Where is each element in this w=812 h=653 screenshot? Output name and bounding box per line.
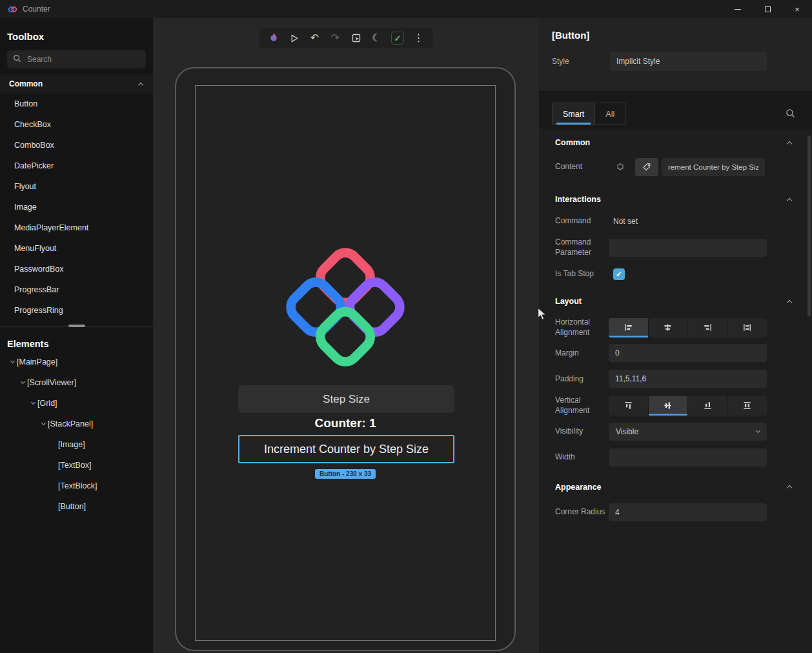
search-icon [13,54,21,65]
toolbox-item-progressbar[interactable]: ProgressBar [0,279,153,300]
vertical-alignment-segmented [609,396,767,416]
tree-item-label: [ScrollViewer] [27,378,76,387]
width-input[interactable] [609,448,767,467]
width-label: Width [555,452,609,463]
corner-radius-input[interactable] [609,503,767,521]
vertical-alignment-label: Vertical Alignment [555,396,609,416]
section-common[interactable]: Common [539,137,812,148]
toolbox-item-datepicker[interactable]: DatePicker [0,156,153,176]
toolbox-item-flyout[interactable]: Flyout [0,176,153,197]
valign-bottom-button[interactable] [687,396,727,416]
tree-item-label: [Button] [58,502,86,511]
toolbox-section-common[interactable]: Common [0,74,153,94]
collapse-chevron-icon [787,197,792,203]
toolbox-item-menuflyout[interactable]: MenuFlyout [0,238,153,259]
properties-panel: [Button] Style Smart All Common Content [539,18,812,653]
inspector-tabbar: Smart All [539,91,812,129]
halign-right-button[interactable] [687,318,727,337]
valign-stretch-button[interactable] [727,396,767,416]
tree-item-button[interactable]: [Button] [0,496,153,517]
close-icon: × [795,5,800,14]
padding-input[interactable] [609,370,767,388]
increment-counter-button[interactable]: Increment Counter by Step Size [238,435,454,463]
toolbox-item-progressring[interactable]: ProgressRing [0,300,153,321]
theme-toggle-moon-icon[interactable]: ☾ [370,32,383,45]
toolbox-item-image[interactable]: Image [0,197,153,217]
status-ok-check-icon[interactable]: ✓ [391,32,404,45]
element-picker-icon[interactable] [350,32,362,45]
halign-left-button[interactable] [609,318,648,337]
toolbox-item-mediaplayerelement[interactable]: MediaPlayerElement [0,217,153,238]
content-input[interactable] [662,158,765,176]
toolbox-item-passwordbox[interactable]: PasswordBox [0,259,153,279]
tab-all[interactable]: All [594,103,625,125]
tree-item-mainpage[interactable]: [MainPage] [0,352,153,372]
margin-input[interactable] [609,344,767,362]
section-interactions[interactable]: Interactions [539,194,812,205]
section-layout[interactable]: Layout [539,296,812,307]
tab-all-label: All [605,110,614,119]
toolbox-item-checkbox[interactable]: CheckBox [0,114,153,135]
minimize-button[interactable] [723,0,753,18]
counter-textblock: Counter: 1 [196,416,495,430]
is-tab-stop-checkbox[interactable]: ✓ [613,268,625,280]
toolbox-search[interactable] [7,50,146,68]
tab-smart[interactable]: Smart [553,103,594,125]
chevron-down-icon[interactable] [39,423,48,425]
toolbox-item-combobox[interactable]: ComboBox [0,135,153,156]
tree-item-grid[interactable]: [Grid] [0,393,153,414]
halign-stretch-button[interactable] [727,318,767,337]
tree-item-stackpanel[interactable]: [StackPanel] [0,414,153,434]
section-appearance[interactable]: Appearance [539,481,812,493]
chevron-down-icon[interactable] [8,361,17,363]
valign-center-button[interactable] [648,396,688,416]
step-size-textbox[interactable]: Step Size [238,385,454,413]
tab-smart-label: Smart [563,110,584,119]
section-layout-title: Layout [555,297,582,306]
panel-splitter[interactable] [0,322,153,330]
section-interactions-title: Interactions [555,195,601,204]
toolbox-item-button[interactable]: Button [0,94,153,114]
style-label: Style [552,57,610,66]
visibility-dropdown[interactable]: Visible [609,423,767,441]
tree-item-image[interactable]: [Image] [0,434,153,455]
collapse-chevron-icon [787,485,792,490]
tab-active-indicator [556,123,591,125]
binding-mode-button[interactable] [609,158,632,176]
selected-element-title: [Button] [539,18,812,41]
hot-reload-flame-icon[interactable] [267,32,279,45]
tree-item-textbox[interactable]: [TextBox] [0,455,153,476]
chevron-up-icon [138,82,143,87]
literal-value-tag-button[interactable] [635,158,658,176]
close-button[interactable]: × [782,0,812,18]
properties-search-icon[interactable] [786,108,795,121]
command-parameter-input[interactable] [609,239,767,257]
inspector-scrollbar[interactable] [807,136,811,316]
app-screen: Step Size Counter: 1 Increment Counter b… [195,85,496,641]
collapse-chevron-icon [787,141,792,146]
valign-top-button[interactable] [609,396,648,416]
halign-center-button[interactable] [648,318,688,337]
style-input[interactable] [610,52,767,71]
selection-size-badge: Button - 230 x 33 [315,469,376,479]
title-bar: Counter × [0,0,812,18]
margin-label: Margin [555,348,609,359]
window-title: Counter [23,5,50,14]
undo-icon[interactable]: ↶ [309,32,321,45]
inspector-header: [Button] Style [539,18,812,91]
tree-item-scrollviewer[interactable]: [ScrollViewer] [0,372,153,393]
toolbox-title: Toolbox [0,18,153,42]
redo-icon[interactable]: ↷ [329,32,341,45]
content-row: Content [539,158,812,176]
toolbox-search-input[interactable] [26,54,140,65]
more-options-icon[interactable]: ⋮ [412,32,425,45]
content-label: Content [555,162,609,172]
toolbox-section-label: Common [9,79,43,88]
visibility-row: Visibility Visible [539,423,812,441]
tree-item-label: [StackPanel] [48,419,93,428]
play-icon[interactable] [288,32,300,45]
chevron-down-icon[interactable] [18,382,27,383]
chevron-down-icon[interactable] [28,403,37,404]
tree-item-textblock[interactable]: [TextBlock] [0,476,153,496]
maximize-button[interactable] [753,0,782,18]
